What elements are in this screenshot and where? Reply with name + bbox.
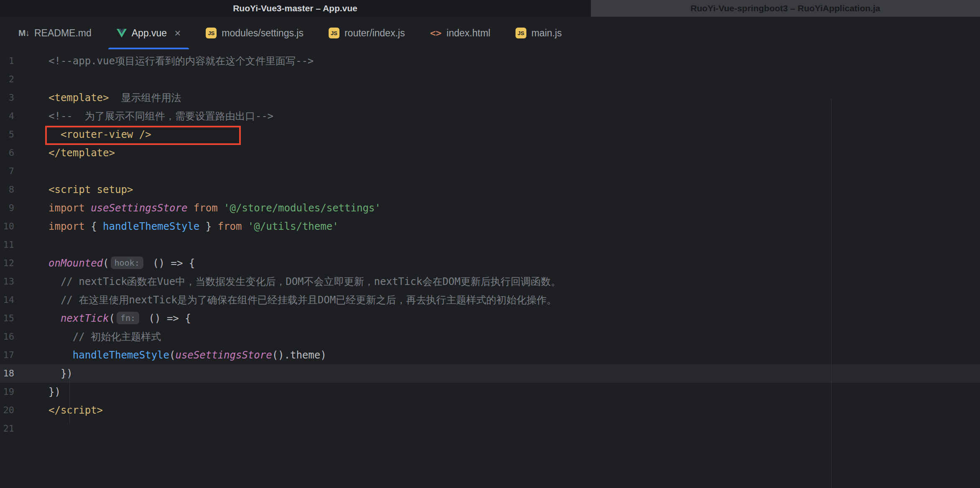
code-text [14,419,48,438]
code-text: handleThemeStyle(useSettingsStore().them… [14,346,327,364]
tab-index-html[interactable]: <> index.html [417,17,503,49]
code-line-10[interactable]: 10import { handleThemeStyle } from '@/ut… [0,217,980,236]
line-number[interactable]: 17 [0,346,14,364]
editor[interactable]: 1<!--app.vue项目运行看到的内容就在这个文件里面写-->23<temp… [0,49,980,488]
vue-icon [117,29,127,38]
line-number[interactable]: 4 [0,107,14,125]
code-text: // 在这里使用nextTick是为了确保在组件已经挂载并且DOM已经更新之后，… [14,291,556,309]
tab-label: router/index.js [345,28,405,39]
code-line-6[interactable]: 6</template> [0,144,980,162]
tab-label: App.vue [132,28,167,39]
javascript-icon: JS [516,28,526,38]
line-number[interactable]: 3 [0,89,14,107]
indent-guide [69,377,70,424]
code-text: </template> [14,144,115,162]
tab-label: index.html [447,28,490,39]
code-text: <script setup> [14,180,133,199]
tab-label: main.js [531,28,562,39]
code-line-1[interactable]: 1<!--app.vue项目运行看到的内容就在这个文件里面写--> [0,52,980,70]
line-number[interactable]: 13 [0,272,14,291]
line-number[interactable]: 6 [0,144,14,162]
code-area: 1<!--app.vue项目运行看到的内容就在这个文件里面写-->23<temp… [0,52,980,438]
code-text: }) [14,383,61,401]
line-number[interactable]: 2 [0,70,14,89]
tab-modules-settings-js[interactable]: JS modules/settings.js [193,17,316,49]
line-number[interactable]: 11 [0,236,14,254]
tab-bar: M↓ README.md App.vue × JS modules/settin… [0,17,980,49]
code-line-14[interactable]: 14 // 在这里使用nextTick是为了确保在组件已经挂载并且DOM已经更新… [0,291,980,309]
code-line-4[interactable]: 4<!-- 为了展示不同组件，需要设置路由出口--> [0,107,980,125]
javascript-icon: JS [329,28,339,38]
code-line-19[interactable]: 19}) [0,383,980,401]
line-number[interactable]: 19 [0,383,14,401]
code-text: <router-view /> [14,125,151,144]
html-icon: <> [430,28,442,38]
code-line-20[interactable]: 20</script> [0,401,980,419]
code-text: // 初始化主题样式 [14,328,161,346]
tab-label: README.md [34,28,92,39]
right-margin-guide [831,99,832,488]
code-line-7[interactable]: 7 [0,162,980,180]
window-title-left: RuoYi-Vue3-master – App.vue [233,3,357,13]
javascript-icon: JS [206,28,217,38]
line-number[interactable]: 16 [0,328,14,346]
code-text: <!--app.vue项目运行看到的内容就在这个文件里面写--> [14,52,314,70]
code-line-8[interactable]: 8<script setup> [0,180,980,199]
tab-router-index-js[interactable]: JS router/index.js [316,17,417,49]
line-number[interactable]: 12 [0,254,14,272]
line-number[interactable]: 5 [0,125,14,144]
code-line-3[interactable]: 3<template> 显示组件用法 [0,89,980,107]
line-number[interactable]: 10 [0,217,14,236]
code-text [14,162,48,180]
code-line-18[interactable]: 18 }) [0,364,980,383]
tab-readme-md[interactable]: M↓ README.md [6,17,104,49]
code-line-16[interactable]: 16 // 初始化主题样式 [0,328,980,346]
code-text: </script> [14,401,103,419]
window-titlebar-right[interactable]: RuoYi-Vue-springboot3 – RuoYiApplication… [590,0,980,17]
inlay-hint: fn: [117,312,139,324]
tab-label: modules/settings.js [222,28,304,39]
code-line-11[interactable]: 11 [0,236,980,254]
line-number[interactable]: 14 [0,291,14,309]
line-number[interactable]: 21 [0,419,14,438]
line-number[interactable]: 20 [0,401,14,419]
code-text: <!-- 为了展示不同组件，需要设置路由出口--> [14,107,273,125]
code-text [14,70,48,89]
code-text: <template> 显示组件用法 [14,89,181,107]
code-text [14,236,48,254]
code-text: onMounted(hook: () => { [14,254,195,272]
code-text: nextTick(fn: () => { [14,309,191,328]
tab-main-js[interactable]: JS main.js [503,17,574,49]
close-icon[interactable]: × [174,28,181,38]
code-text: import useSettingsStore from '@/store/mo… [14,199,381,217]
code-line-21[interactable]: 21 [0,419,980,438]
line-number[interactable]: 1 [0,52,14,70]
window-title-right: RuoYi-Vue-springboot3 – RuoYiApplication… [691,3,880,13]
tab-app-vue[interactable]: App.vue × [104,17,194,49]
code-text: }) [14,364,73,383]
code-line-13[interactable]: 13 // nextTick函数在Vue中，当数据发生变化后，DOM不会立即更新… [0,272,980,291]
code-line-2[interactable]: 2 [0,70,980,89]
code-text: // nextTick函数在Vue中，当数据发生变化后，DOM不会立即更新，ne… [14,272,561,291]
code-line-15[interactable]: 15 nextTick(fn: () => { [0,309,980,328]
code-line-17[interactable]: 17 handleThemeStyle(useSettingsStore().t… [0,346,980,364]
code-line-5[interactable]: 5 <router-view /> [0,125,980,144]
line-number[interactable]: 18 [0,364,14,383]
line-number[interactable]: 9 [0,199,14,217]
inlay-hint: hook: [111,257,143,269]
line-number[interactable]: 15 [0,309,14,328]
line-number[interactable]: 7 [0,162,14,180]
code-line-12[interactable]: 12onMounted(hook: () => { [0,254,980,272]
window-titlebars: RuoYi-Vue3-master – App.vue RuoYi-Vue-sp… [0,0,980,17]
code-line-9[interactable]: 9import useSettingsStore from '@/store/m… [0,199,980,217]
code-text: import { handleThemeStyle } from '@/util… [14,217,339,236]
line-number[interactable]: 8 [0,180,14,199]
window-titlebar-left[interactable]: RuoYi-Vue3-master – App.vue [0,0,590,17]
markdown-icon: M↓ [18,28,29,38]
